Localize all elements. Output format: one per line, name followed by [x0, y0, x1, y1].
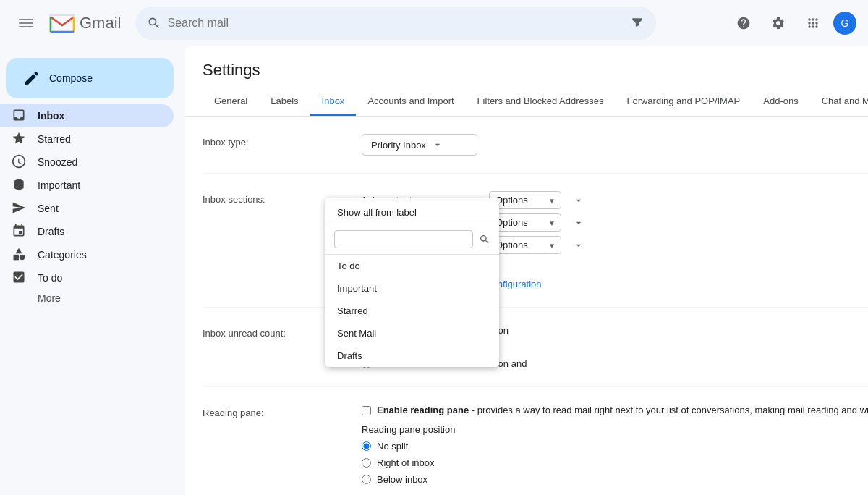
dropdown-search-input[interactable] [334, 230, 473, 248]
sidebar: Compose Inbox Starred Snoozed Important [0, 46, 185, 495]
sidebar-item-snoozed[interactable]: Snoozed [0, 151, 174, 174]
reading-pane-position-title: Reading pane position [362, 424, 868, 435]
inbox-unread-count-row: Inbox unread count: Unread items in the … [203, 325, 868, 387]
section-1-options-wrapper: Options [489, 191, 561, 209]
inbox-type-dropdown[interactable]: Priority Inbox [362, 134, 477, 156]
reading-pane-checkbox-label: Enable reading pane - provides a way to … [377, 405, 868, 415]
inbox-type-row: Inbox type: Priority Inbox [203, 134, 868, 174]
sidebar-item-inbox[interactable]: Inbox [0, 104, 174, 127]
radio-below-inbox-label: Below inbox [377, 474, 427, 485]
settings-tabs: General Labels Inbox Accounts and Import… [203, 88, 868, 116]
tab-accounts[interactable]: Accounts and Import [356, 88, 465, 116]
app-layout: Compose Inbox Starred Snoozed Important [0, 46, 868, 495]
svg-rect-0 [19, 19, 33, 20]
settings-button[interactable] [764, 9, 793, 38]
svg-point-4 [20, 254, 25, 260]
settings-container: Settings General Labels Inbox Accounts a… [185, 46, 868, 495]
radio-no-split[interactable]: No split [362, 441, 868, 452]
sidebar-item-starred[interactable]: Starred [0, 127, 174, 151]
tab-inbox[interactable]: Inbox [310, 88, 357, 116]
dropdown-search-icon [479, 234, 490, 245]
google-apps-button[interactable] [799, 9, 827, 38]
main-content: Settings General Labels Inbox Accounts a… [185, 46, 868, 495]
search-bar[interactable] [135, 7, 656, 40]
section-3-options[interactable]: Options [489, 236, 561, 254]
reading-pane-control: Enable reading pane - provides a way to … [362, 405, 868, 485]
tab-forwarding[interactable]: Forwarding and POP/IMAP [615, 88, 752, 116]
sent-icon [12, 200, 26, 217]
sidebar-item-label-snoozed: Snoozed [38, 156, 162, 168]
section-3-options-wrapper: Options [489, 236, 561, 254]
star-icon [12, 131, 26, 148]
svg-rect-1 [19, 22, 33, 24]
dropdown-item-starred[interactable]: Starred [326, 300, 499, 322]
tab-labels[interactable]: Labels [259, 88, 310, 116]
inbox-type-control: Priority Inbox [362, 134, 868, 156]
svg-rect-2 [19, 26, 33, 28]
label-dropdown-overlay: Show all from label To do Important Star… [326, 198, 499, 367]
tab-general[interactable]: General [203, 88, 259, 116]
gmail-logo-icon [49, 14, 75, 33]
compose-label: Compose [49, 72, 93, 84]
reading-pane-label: Reading pane: [203, 405, 362, 485]
sidebar-item-label-sent: Sent [38, 203, 162, 214]
compose-icon [23, 69, 41, 87]
svg-rect-5 [14, 254, 20, 260]
inbox-sections-row: Inbox sections: 1. Important Options [203, 191, 868, 308]
tab-addons[interactable]: Add-ons [752, 88, 809, 116]
dropdown-search-area [326, 224, 499, 255]
reading-pane-position-section: Reading pane position No split Right of … [362, 424, 868, 485]
user-avatar[interactable]: G [833, 12, 856, 35]
inbox-sections-control: 1. Important Options 2. Starr [362, 191, 868, 289]
sidebar-item-sent[interactable]: Sent [0, 197, 174, 220]
tab-chat[interactable]: Chat and Meet [810, 88, 868, 116]
app-logo: Gmail [49, 14, 121, 33]
tab-filters[interactable]: Filters and Blocked Addresses [466, 88, 616, 116]
reading-pane-checkbox-item: Enable reading pane - provides a way to … [362, 405, 868, 415]
section-2-down-icon [573, 217, 584, 229]
radio-no-split-input[interactable] [362, 441, 371, 451]
section-1-down-icon [573, 195, 584, 206]
search-input[interactable] [167, 17, 624, 30]
radio-below-inbox[interactable]: Below inbox [362, 474, 868, 485]
settings-header: Settings General Labels Inbox Accounts a… [185, 46, 868, 117]
sidebar-item-todo[interactable]: To do [0, 266, 174, 289]
radio-right-inbox-label: Right of inbox [377, 457, 435, 468]
section-3-down-icon [573, 240, 584, 251]
radio-right-inbox[interactable]: Right of inbox [362, 457, 868, 468]
sidebar-item-label-starred: Starred [38, 133, 162, 145]
inbox-type-label: Inbox type: [203, 134, 362, 156]
sidebar-item-label-drafts: Drafts [38, 226, 162, 237]
dropdown-item-important[interactable]: Important [326, 277, 499, 300]
sidebar-item-drafts[interactable]: Drafts [0, 220, 174, 243]
radio-below-inbox-input[interactable] [362, 475, 371, 484]
dropdown-item-drafts[interactable]: Drafts [326, 344, 499, 367]
radio-right-inbox-input[interactable] [362, 458, 371, 468]
settings-body: Inbox type: Priority Inbox Inbox section… [185, 117, 868, 495]
reading-pane-enable-text: Enable reading pane [377, 405, 469, 415]
sidebar-more-button[interactable]: More [0, 289, 185, 307]
todo-icon [12, 270, 26, 287]
compose-button[interactable]: Compose [6, 58, 174, 98]
drafts-icon [12, 224, 26, 240]
dropdown-item-sentmail[interactable]: Sent Mail [326, 322, 499, 344]
search-options-icon[interactable] [630, 16, 644, 30]
section-1-options[interactable]: Options [489, 191, 561, 209]
reading-pane-description: - provides a way to read mail right next… [472, 405, 868, 415]
important-icon [12, 177, 26, 194]
app-name: Gmail [80, 14, 121, 33]
sidebar-item-label-important: Important [38, 179, 162, 191]
support-button[interactable] [729, 9, 758, 38]
menu-button[interactable] [12, 9, 41, 38]
reading-pane-checkbox[interactable] [362, 406, 371, 415]
reading-pane-row: Reading pane: Enable reading pane - prov… [203, 405, 868, 495]
search-icon [147, 16, 161, 30]
section-2-options[interactable]: Options [489, 213, 561, 232]
sidebar-item-categories[interactable]: Categories [0, 243, 174, 266]
dropdown-item-todo[interactable]: To do [326, 255, 499, 277]
topbar-actions: G [729, 9, 856, 38]
inbox-icon [12, 108, 26, 124]
snoozed-icon [12, 154, 26, 171]
sidebar-item-important[interactable]: Important [0, 174, 174, 197]
dropdown-chevron-icon [432, 139, 443, 151]
